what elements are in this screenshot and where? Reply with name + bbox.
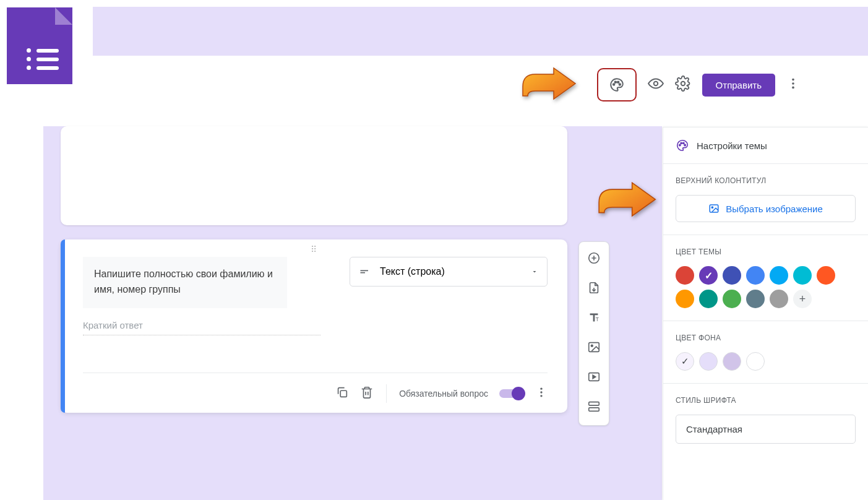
svg-rect-11 xyxy=(340,390,346,397)
question-card[interactable]: ⠿ Напишите полностью свои фамилию и имя,… xyxy=(61,239,567,413)
choose-header-image-button[interactable]: Выбрать изображение xyxy=(676,195,856,222)
theme-color-label: ЦВЕТ ТЕМЫ xyxy=(676,248,856,256)
bg-color-swatch[interactable] xyxy=(699,352,718,371)
add-title-button[interactable]: T xyxy=(587,311,601,327)
answer-type-dropdown[interactable]: Текст (строка) xyxy=(350,257,548,287)
svg-rect-17 xyxy=(589,343,599,352)
required-toggle[interactable] xyxy=(499,389,524,398)
theme-color-swatch[interactable] xyxy=(723,266,741,285)
svg-rect-9 xyxy=(361,270,369,272)
svg-point-0 xyxy=(612,84,614,85)
customize-theme-button[interactable] xyxy=(597,68,637,101)
svg-point-6 xyxy=(792,79,794,81)
side-toolbar: T xyxy=(578,241,609,426)
question-more-button[interactable] xyxy=(535,386,548,401)
top-actions: Отправить xyxy=(597,68,800,101)
annotation-pointer-icon xyxy=(517,65,578,108)
svg-rect-10 xyxy=(361,272,366,274)
theme-color-swatch[interactable] xyxy=(723,290,741,308)
theme-panel-header: Настройки темы xyxy=(663,127,868,164)
video-icon xyxy=(587,370,601,384)
short-text-icon xyxy=(359,265,371,278)
add-section-button[interactable] xyxy=(587,400,601,416)
add-custom-color-button[interactable]: + xyxy=(793,290,812,308)
theme-settings-panel: Настройки темы ВЕРХНИЙ КОЛОНТИТУЛ Выбрат… xyxy=(663,127,868,500)
answer-type-label: Текст (строка) xyxy=(380,266,445,277)
svg-text:T: T xyxy=(596,317,599,322)
theme-panel-title: Настройки темы xyxy=(697,140,767,151)
kebab-icon xyxy=(786,77,800,90)
svg-point-13 xyxy=(540,391,542,393)
svg-point-5 xyxy=(681,82,685,86)
svg-point-22 xyxy=(679,144,681,145)
font-style-dropdown[interactable]: Стандартная xyxy=(676,415,856,444)
bg-color-swatch[interactable] xyxy=(676,352,694,371)
svg-point-23 xyxy=(681,142,682,144)
duplicate-button[interactable] xyxy=(335,386,349,402)
svg-point-12 xyxy=(540,388,542,390)
header-section-label: ВЕРХНИЙ КОЛОНТИТУЛ xyxy=(676,176,856,185)
delete-button[interactable] xyxy=(360,386,374,402)
copy-icon xyxy=(335,386,349,399)
settings-button[interactable] xyxy=(675,75,691,94)
theme-color-swatch[interactable] xyxy=(817,266,835,285)
theme-color-swatch[interactable] xyxy=(793,266,812,285)
image-icon xyxy=(587,340,601,354)
required-label: Обязательный вопрос xyxy=(399,389,488,399)
theme-color-swatch[interactable] xyxy=(770,266,788,285)
short-answer-field: Краткий ответ xyxy=(83,320,320,335)
preview-button[interactable] xyxy=(648,75,664,94)
palette-icon xyxy=(676,139,689,152)
svg-rect-21 xyxy=(589,408,599,412)
card-above xyxy=(61,126,567,225)
trash-icon xyxy=(360,386,374,399)
drag-handle-icon[interactable]: ⠿ xyxy=(311,244,318,254)
bg-color-label: ЦВЕТ ФОНА xyxy=(676,334,856,342)
add-image-button[interactable] xyxy=(587,340,601,356)
send-button[interactable]: Отправить xyxy=(702,74,775,97)
chevron-down-icon xyxy=(531,268,538,275)
svg-point-8 xyxy=(792,87,794,89)
theme-color-swatch[interactable] xyxy=(676,290,694,308)
top-banner xyxy=(93,7,868,56)
plus-circle-icon xyxy=(587,251,601,265)
selection-indicator xyxy=(61,239,65,413)
more-menu-button[interactable] xyxy=(786,77,800,93)
svg-point-27 xyxy=(711,207,713,208)
bg-color-swatch[interactable] xyxy=(723,352,741,371)
svg-point-14 xyxy=(540,395,542,397)
palette-icon xyxy=(609,77,625,93)
theme-color-swatch[interactable] xyxy=(746,290,765,308)
footer-separator xyxy=(386,384,387,403)
text-icon: T xyxy=(587,311,601,324)
svg-point-2 xyxy=(617,81,619,83)
add-question-button[interactable] xyxy=(587,251,601,267)
svg-point-25 xyxy=(684,144,685,145)
font-style-label: СТИЛЬ ШРИФТА xyxy=(676,396,856,405)
bg-color-swatch[interactable] xyxy=(746,352,765,371)
gear-icon xyxy=(675,75,691,92)
bg-color-swatches xyxy=(676,352,856,371)
import-questions-button[interactable] xyxy=(587,281,601,297)
image-icon xyxy=(708,203,720,214)
section-icon xyxy=(587,400,601,413)
theme-color-swatch[interactable] xyxy=(746,266,765,285)
svg-point-3 xyxy=(619,84,621,85)
svg-point-7 xyxy=(792,82,794,85)
svg-point-1 xyxy=(614,81,616,83)
card-divider xyxy=(83,373,548,373)
choose-image-label: Выбрать изображение xyxy=(726,204,823,214)
theme-color-swatch[interactable] xyxy=(699,290,718,308)
import-icon xyxy=(587,281,601,295)
theme-color-swatch[interactable] xyxy=(770,290,788,308)
question-text-input[interactable]: Напишите полностью свои фамилию и имя, н… xyxy=(83,257,287,308)
eye-icon xyxy=(648,75,664,92)
theme-color-swatch[interactable] xyxy=(676,266,694,285)
svg-rect-20 xyxy=(589,402,599,406)
add-video-button[interactable] xyxy=(587,370,601,386)
theme-color-swatches: + xyxy=(676,266,856,308)
svg-point-4 xyxy=(653,82,658,86)
forms-logo-icon xyxy=(7,7,72,84)
svg-point-18 xyxy=(591,345,593,347)
theme-color-swatch[interactable] xyxy=(699,266,718,285)
